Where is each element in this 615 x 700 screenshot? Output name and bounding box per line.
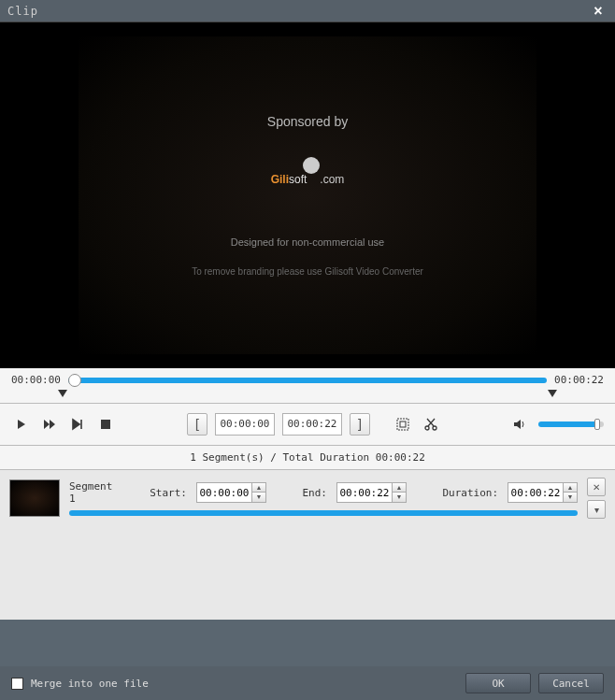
fast-forward-button[interactable] — [39, 414, 60, 435]
cut-button[interactable] — [421, 414, 441, 435]
end-spinner[interactable]: ▲▼ — [336, 482, 407, 503]
start-spinner[interactable]: ▲▼ — [196, 482, 266, 503]
crop-button[interactable] — [393, 414, 413, 435]
duration-down[interactable]: ▼ — [564, 493, 577, 502]
duration-spinner[interactable]: ▲▼ — [508, 482, 578, 503]
segment-row: Segment 1 Start: ▲▼ End: ▲▼ Duration: ▲▼… — [0, 470, 615, 526]
add-segment-button[interactable]: ▾ — [587, 500, 606, 519]
window-title: Clip — [7, 5, 589, 18]
svg-point-3 — [425, 426, 429, 430]
segment-name: Segment 1 — [69, 480, 121, 505]
start-label: Start: — [150, 487, 187, 499]
start-input[interactable] — [197, 483, 251, 502]
volume-icon[interactable] — [510, 414, 531, 435]
segment-summary: 1 Segment(s) / Total Duration 00:00:22 — [0, 446, 615, 470]
out-time-field[interactable]: 00:00:22 — [282, 413, 342, 436]
timeline-thumb[interactable] — [68, 374, 81, 387]
ok-button[interactable]: OK — [465, 673, 531, 693]
in-time-field[interactable]: 00:00:00 — [215, 413, 275, 436]
end-label: End: — [302, 487, 327, 499]
volume-slider[interactable] — [538, 421, 604, 427]
svg-rect-1 — [397, 419, 408, 430]
play-button[interactable] — [11, 414, 32, 435]
cancel-button[interactable]: Cancel — [538, 673, 604, 693]
close-button[interactable]: × — [589, 2, 608, 21]
timeline-start-time: 00:00:00 — [11, 374, 61, 386]
designed-text: Designed for non-commercial use — [231, 236, 384, 248]
stop-button[interactable] — [95, 414, 116, 435]
svg-rect-2 — [400, 421, 406, 427]
duration-input[interactable] — [508, 483, 563, 502]
segment-list-empty — [0, 526, 615, 620]
delete-segment-button[interactable]: ✕ — [587, 478, 606, 496]
segment-progress[interactable] — [69, 510, 578, 516]
in-marker[interactable] — [58, 390, 67, 397]
timeline-end-time: 00:00:22 — [554, 374, 604, 386]
duration-up[interactable]: ▲ — [564, 483, 577, 493]
video-frame: Sponsored by Gilisoft.com Designed for n… — [79, 36, 536, 354]
volume-thumb[interactable] — [594, 419, 600, 430]
set-in-button[interactable]: [ — [187, 413, 207, 436]
end-up[interactable]: ▲ — [393, 483, 406, 493]
video-preview: Sponsored by Gilisoft.com Designed for n… — [0, 22, 615, 368]
controls-panel: [ 00:00:00 00:00:22 ] — [0, 404, 615, 446]
gear-icon — [303, 157, 320, 174]
brand-logo: Gilisoft.com — [271, 157, 345, 190]
start-down[interactable]: ▼ — [252, 493, 265, 502]
titlebar: Clip × — [0, 0, 615, 22]
footer: Merge into one file OK Cancel — [0, 666, 615, 700]
segment-thumbnail[interactable] — [9, 479, 60, 517]
end-down[interactable]: ▼ — [393, 493, 406, 502]
remove-branding-text: To remove branding please use Gilisoft V… — [192, 266, 423, 277]
out-marker[interactable] — [548, 390, 557, 397]
merge-checkbox[interactable] — [11, 678, 23, 690]
timeline-slider[interactable] — [68, 378, 547, 383]
svg-rect-0 — [101, 420, 110, 429]
next-frame-button[interactable] — [67, 414, 88, 435]
svg-point-4 — [433, 426, 436, 430]
duration-label: Duration: — [442, 487, 498, 499]
sponsored-text: Sponsored by — [267, 114, 348, 129]
set-out-button[interactable]: ] — [350, 413, 370, 436]
merge-label: Merge into one file — [31, 678, 149, 690]
end-input[interactable] — [337, 483, 392, 502]
timeline-panel: 00:00:00 00:00:22 — [0, 368, 615, 404]
start-up[interactable]: ▲ — [252, 483, 265, 493]
